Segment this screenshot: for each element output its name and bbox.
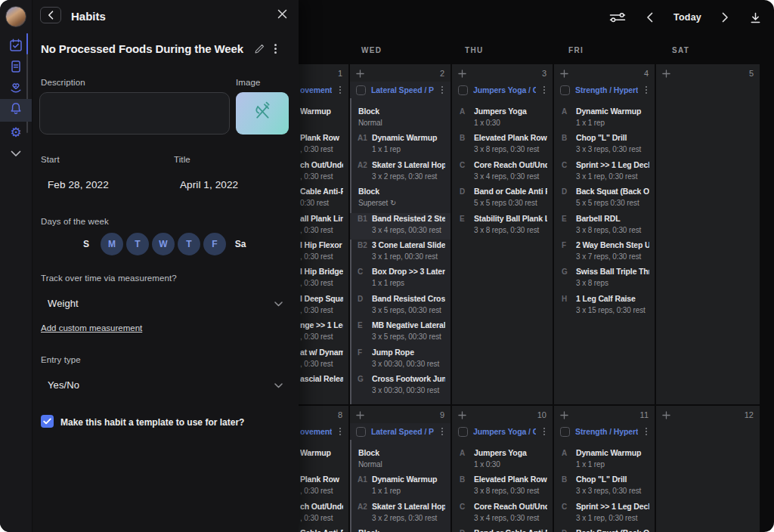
habit-menu-kebab-icon[interactable] [272, 42, 279, 54]
habit-image-thumbnail[interactable] [236, 92, 289, 135]
exercise-row[interactable]: AJumpers Yoga1 x 0:30 [452, 447, 553, 474]
exercise-row[interactable]: ch Out/Under, 0:30 rest [299, 159, 348, 186]
exercise-row[interactable]: EMB Negative Lateral Hop...3 x 5 reps, 0… [350, 320, 450, 346]
exercise-row[interactable]: F2 Way Bench Step Up3 x 7 reps, 0:30 res… [554, 240, 655, 266]
workout-menu-kebab-icon[interactable] [439, 85, 445, 95]
exercise-row[interactable]: CCore Reach Out/Under3 x 4 reps, 0:30 re… [452, 501, 553, 527]
description-input[interactable] [39, 92, 230, 135]
workout-card[interactable]: Lateral Speed / PlyoBlockNormalA1Dynamic… [350, 82, 450, 404]
sidebar-item-notes[interactable] [0, 57, 32, 79]
exercise-row[interactable]: A1Dynamic Warmup1 x 1 rep [350, 132, 450, 159]
sidebar-item-health[interactable] [0, 79, 32, 100]
exercise-row[interactable]: ADynamic Warmup1 x 1 rep [554, 106, 655, 132]
day-toggle-w[interactable]: W [152, 233, 175, 255]
workout-menu-kebab-icon[interactable] [541, 426, 547, 437]
exercise-row[interactable]: CSprint >> 1 Leg Declarations3 x 1 rep, … [554, 159, 655, 186]
exercise-row[interactable]: Cable Anti-Rotati...0:30 rest [299, 527, 348, 532]
prev-week-chevron-icon[interactable] [646, 12, 653, 23]
measurement-select[interactable]: Weight [48, 298, 79, 309]
exercise-row[interactable]: H1 Leg Calf Raise3 x 15 reps, 0:30 rest [554, 293, 655, 320]
workout-title[interactable]: Lateral Speed / Plyo [371, 427, 434, 436]
workout-checkbox[interactable] [560, 85, 570, 95]
exercise-row[interactable]: BElevated Plank Row3 x 8 reps, 0:30 rest [452, 132, 553, 159]
day-toggle-f[interactable]: F [203, 233, 226, 255]
workout-title[interactable]: Jumpers Yoga / Core [473, 85, 536, 94]
day-toggle-m[interactable]: M [101, 233, 123, 255]
exercise-row[interactable]: AJumpers Yoga1 x 0:30 [452, 106, 553, 132]
exercise-row[interactable]: B1Band Resisted 2 Step Late...3 x 4 reps… [350, 213, 450, 240]
start-date-value[interactable]: Feb 28, 2022 [48, 179, 109, 190]
workout-checkbox[interactable] [560, 427, 570, 437]
exercise-row[interactable]: BChop "L" Drill3 x 3 reps, 0:30 rest [554, 132, 655, 159]
add-workout-button[interactable] [662, 411, 670, 419]
today-button[interactable]: Today [673, 12, 701, 23]
measurement-chevron-down-icon[interactable] [274, 302, 283, 307]
workout-checkbox[interactable] [458, 85, 468, 95]
exercise-row[interactable]: FJump Rope3 x 00:30, 00:30 rest [350, 347, 450, 373]
workout-card[interactable]: ovement Q...WarmupPlank Row, 0:30 restch… [299, 82, 348, 404]
workout-card[interactable]: Strength / Hypertro...ADynamic Warmup1 x… [554, 82, 655, 326]
workout-menu-kebab-icon[interactable] [643, 85, 649, 95]
exercise-row[interactable]: Warmup [299, 447, 348, 474]
add-custom-measurement-link[interactable]: Add custom measurement [41, 323, 142, 332]
exercise-row[interactable]: DBand or Cable Anti Rotati...5 x 5 reps … [452, 186, 553, 212]
workout-card[interactable]: Strength / Hypertro...ADynamic Warmup1 x… [554, 423, 655, 532]
exercise-row[interactable]: ascial Release C... [299, 373, 348, 400]
exercise-row[interactable]: DBack Squat (Back Off Set)5 x 5 reps 0:3… [554, 186, 655, 212]
day-toggle-t[interactable]: T [126, 233, 149, 255]
close-icon[interactable] [277, 9, 287, 19]
day-toggle-sa[interactable]: Sa [229, 233, 252, 255]
workout-card[interactable]: Jumpers Yoga / CoreAJumpers Yoga1 x 0:30… [452, 82, 553, 246]
entry-type-select[interactable]: Yes/No [48, 379, 79, 391]
exercise-row[interactable]: all Plank Linear ..., 0:30 rest [299, 213, 348, 240]
exercise-row[interactable]: GCross Footwork Jump Rope3 x 00:30, 00:3… [350, 373, 450, 400]
workout-menu-kebab-icon[interactable] [337, 85, 343, 95]
exercise-row[interactable]: A2Skater 3 Lateral Hops >> ...3 x 2 reps… [350, 501, 450, 527]
sidebar-item-settings[interactable]: ⚙ [0, 122, 32, 143]
exercise-row[interactable]: Plank Row, 0:30 rest [299, 474, 348, 500]
exercise-row[interactable]: Plank Row, 0:30 rest [299, 132, 348, 159]
workout-menu-kebab-icon[interactable] [643, 426, 649, 437]
exercise-row[interactable]: CBox Drop >> 3 Lateral H...1 x 1 reps [350, 266, 450, 292]
workout-title[interactable]: Jumpers Yoga / Core [473, 427, 536, 436]
add-workout-button[interactable] [662, 70, 670, 78]
exercise-row[interactable]: GSwiss Ball Triple Threat3 x 8 reps [554, 266, 655, 292]
edit-pencil-icon[interactable] [254, 43, 265, 54]
add-workout-button[interactable] [458, 411, 466, 419]
exercise-row[interactable]: CSprint >> 1 Leg Declarations3 x 1 rep, … [554, 501, 655, 527]
exercise-row[interactable]: EBarbell RDL3 x 8 reps, 0:30 rest [554, 213, 655, 240]
add-workout-button[interactable] [356, 70, 364, 78]
exercise-row[interactable]: CCore Reach Out/Under3 x 4 reps, 0:30 re… [452, 159, 553, 186]
exercise-row[interactable]: ch Out/Under, 0:30 rest [299, 501, 348, 527]
user-avatar[interactable] [5, 6, 26, 27]
exercise-row[interactable]: BElevated Plank Row3 x 8 reps, 0:30 rest [452, 474, 553, 500]
download-icon[interactable] [749, 11, 762, 24]
exercise-row[interactable]: l Hip Flexor Rais..., 0:30 rest [299, 240, 348, 266]
workout-menu-kebab-icon[interactable] [439, 426, 445, 437]
exercise-row[interactable]: nge >> 1 Leg St..., 0:30 rest [299, 320, 348, 346]
entry-type-chevron-down-icon[interactable] [274, 383, 283, 388]
end-date-value[interactable]: April 1, 2022 [180, 179, 238, 190]
workout-title[interactable]: Strength / Hypertro... [575, 427, 638, 436]
exercise-row[interactable]: B23 Cone Lateral Slide3 x 1 rep, 00:30 r… [350, 240, 450, 266]
add-workout-button[interactable] [458, 70, 466, 78]
exercise-row[interactable]: EStability Ball Plank Linear ...3 x 8 re… [452, 213, 553, 240]
day-toggle-t[interactable]: T [178, 233, 200, 255]
exercise-row[interactable]: A1Dynamic Warmup1 x 1 rep [350, 474, 450, 500]
workout-title[interactable]: ovement Q... [300, 427, 332, 436]
workout-title[interactable]: ovement Q... [300, 85, 332, 94]
template-checkbox[interactable] [41, 415, 54, 428]
workout-checkbox[interactable] [356, 85, 366, 95]
sidebar-item-notifications[interactable] [0, 99, 32, 122]
day-toggle-s[interactable]: S [75, 233, 98, 255]
add-workout-button[interactable] [560, 70, 568, 78]
exercise-row[interactable]: l Hip Bridge w/ ..., 0:30 rest [299, 266, 348, 292]
sidebar-more-chevron-down-icon[interactable] [0, 143, 32, 164]
exercise-row[interactable]: DBack Squat (Back Off Set)5 x 5 reps 0:3… [554, 527, 655, 532]
filter-sliders-icon[interactable] [609, 11, 626, 23]
exercise-row[interactable]: Cable Anti-Rotati...0:30 rest [299, 186, 348, 212]
workout-title[interactable]: Lateral Speed / Plyo [371, 85, 434, 94]
workout-card[interactable]: Lateral Speed / PlyoBlockNormalA1Dynamic… [350, 423, 450, 532]
workout-menu-kebab-icon[interactable] [337, 426, 343, 437]
add-workout-button[interactable] [356, 411, 364, 419]
